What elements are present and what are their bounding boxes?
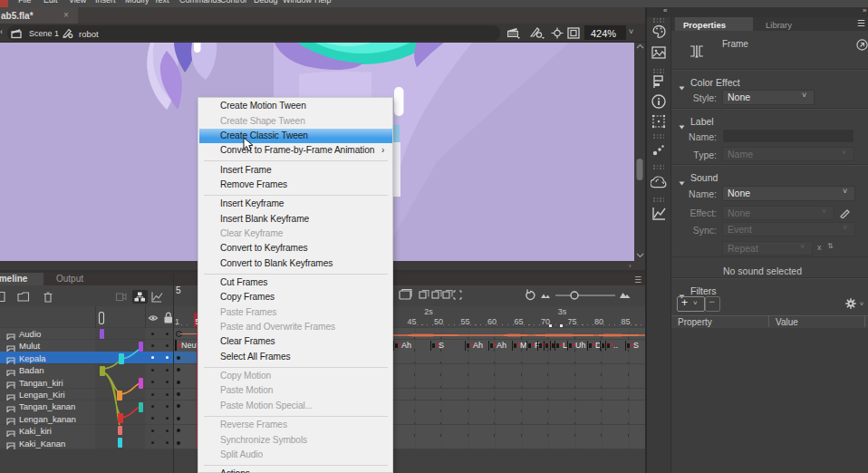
svg-text:˅: ˅: [860, 301, 863, 307]
